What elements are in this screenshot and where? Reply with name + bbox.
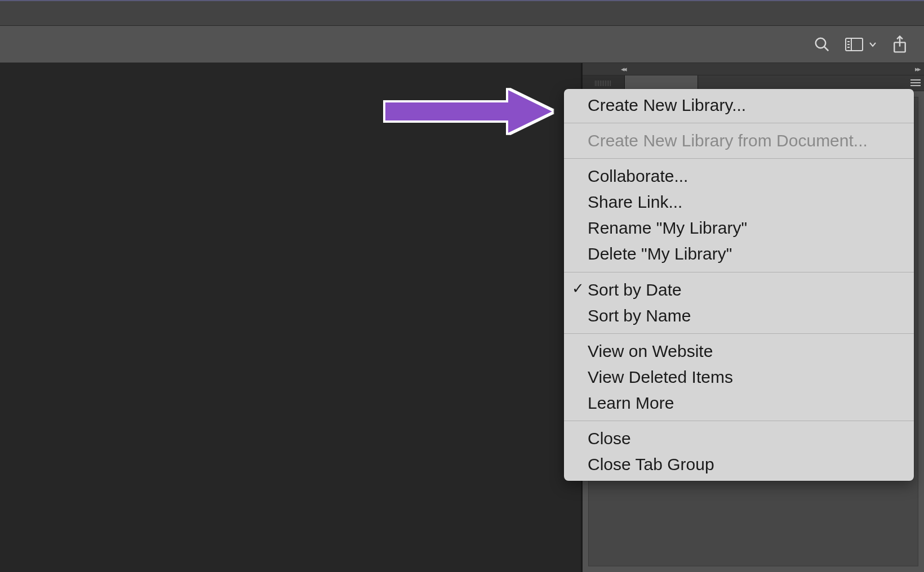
- chevron-down-icon[interactable]: [869, 41, 877, 48]
- svg-line-1: [824, 46, 829, 51]
- menu-separator: [564, 421, 914, 421]
- menu-separator: [564, 123, 914, 123]
- menu-item-close[interactable]: Close: [564, 426, 914, 452]
- menu-item-label: Create New Library...: [588, 96, 746, 114]
- panel-tab[interactable]: [583, 75, 625, 91]
- menu-item-collaborate[interactable]: Collaborate...: [564, 163, 914, 189]
- search-icon[interactable]: [814, 36, 830, 53]
- menu-separator: [564, 333, 914, 334]
- menu-item-sort-by-name[interactable]: Sort by Name: [564, 303, 914, 329]
- menu-separator: [564, 272, 914, 272]
- menu-separator: [564, 158, 914, 159]
- menu-item-rename[interactable]: Rename "My Library": [564, 215, 914, 241]
- menu-item-label: View on Website: [588, 342, 713, 360]
- panel-tab-active[interactable]: [625, 75, 698, 91]
- collapse-right-icon[interactable]: ▸▸: [915, 65, 919, 73]
- menu-item-label: Rename "My Library": [588, 218, 747, 237]
- menu-item-label: Delete "My Library": [588, 244, 732, 263]
- collapse-left-icon[interactable]: ◂◂: [621, 65, 625, 73]
- menu-item-share-link[interactable]: Share Link...: [564, 189, 914, 215]
- grip-icon: [595, 81, 612, 86]
- toolbar: [0, 26, 924, 63]
- menu-item-label: Sort by Date: [588, 280, 682, 299]
- panel-layout-icon[interactable]: [845, 38, 863, 51]
- title-bar: [0, 0, 924, 26]
- check-icon: ✓: [572, 279, 584, 298]
- menu-item-delete[interactable]: Delete "My Library": [564, 241, 914, 267]
- menu-item-label: Close Tab Group: [588, 455, 714, 473]
- menu-item-create-from-document: Create New Library from Document...: [564, 128, 914, 154]
- panel-menu-icon[interactable]: [910, 79, 921, 89]
- menu-item-sort-by-date[interactable]: ✓ Sort by Date: [564, 277, 914, 303]
- panel-header: ◂◂ ▸▸: [583, 63, 924, 75]
- annotation-arrow: [379, 86, 559, 140]
- menu-item-label: Share Link...: [588, 193, 682, 211]
- menu-item-view-on-website[interactable]: View on Website: [564, 338, 914, 364]
- menu-item-label: Create New Library from Document...: [588, 131, 868, 150]
- menu-item-learn-more[interactable]: Learn More: [564, 390, 914, 416]
- menu-item-label: View Deleted Items: [588, 368, 733, 386]
- svg-point-0: [816, 38, 826, 48]
- menu-item-label: Sort by Name: [588, 306, 691, 325]
- menu-item-close-tab-group[interactable]: Close Tab Group: [564, 452, 914, 477]
- menu-item-label: Close: [588, 429, 631, 448]
- menu-item-view-deleted[interactable]: View Deleted Items: [564, 364, 914, 390]
- menu-item-create-new-library[interactable]: Create New Library...: [564, 92, 914, 118]
- library-context-menu: Create New Library... Create New Library…: [564, 89, 914, 481]
- menu-item-label: Collaborate...: [588, 167, 688, 185]
- menu-item-label: Learn More: [588, 394, 674, 412]
- share-icon[interactable]: [891, 35, 908, 54]
